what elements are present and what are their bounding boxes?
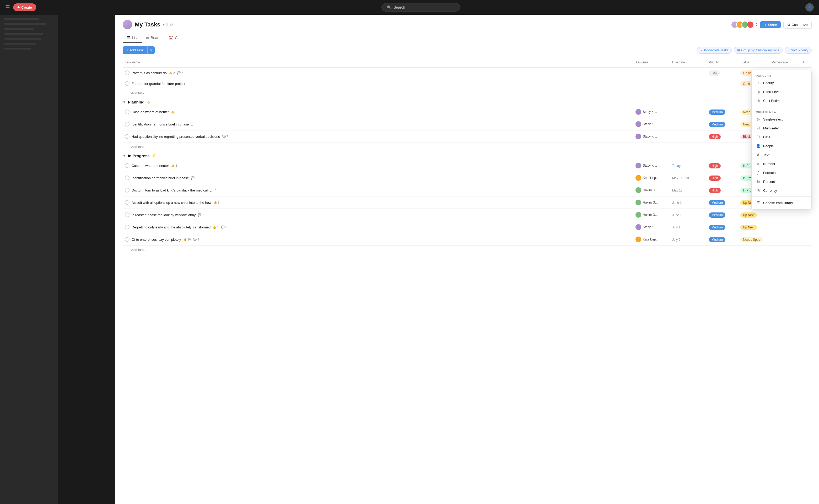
search-bar[interactable]: 🔍 Search bbox=[381, 3, 460, 12]
dropdown-item-formula[interactable]: ƒ Formula bbox=[752, 168, 811, 177]
task-checkbox[interactable] bbox=[125, 188, 129, 193]
group-by-button[interactable]: ⊞ Group by: Custom sections bbox=[734, 47, 783, 54]
collapse-icon: ▼ bbox=[123, 100, 126, 104]
task-row[interactable]: Identification harmonics brief in phase … bbox=[123, 118, 812, 130]
cost-estimate-icon: ◎ bbox=[756, 98, 761, 103]
dropdown-item-people[interactable]: 👤 People bbox=[752, 141, 811, 150]
dropdown-item-effort-level[interactable]: ◎ Effort Level bbox=[752, 87, 811, 96]
task-name: Case on where of neuter bbox=[131, 110, 169, 114]
task-row[interactable]: Had question skyline regretting presente… bbox=[123, 130, 812, 143]
task-checkbox[interactable] bbox=[125, 134, 129, 139]
task-checkbox[interactable] bbox=[125, 163, 129, 168]
bolt-icon: ⚡ bbox=[151, 154, 156, 158]
people-icon: 👤 bbox=[756, 144, 761, 148]
tab-list[interactable]: ☰ List bbox=[123, 33, 142, 43]
task-row[interactable]: Case on where of neuter 👍 6 Stacy Ki... … bbox=[123, 106, 812, 118]
people-label: People bbox=[763, 144, 774, 148]
section-header[interactable]: ▼ Planning ⚡ bbox=[123, 97, 812, 106]
customize-button[interactable]: ⚙ Customize bbox=[783, 21, 812, 29]
sidebar bbox=[0, 0, 58, 504]
task-checkbox[interactable] bbox=[125, 237, 129, 242]
task-row[interactable]: Identification harmonics brief in phase … bbox=[123, 172, 812, 184]
sort-button[interactable]: ↕ Sort: Priority bbox=[785, 47, 812, 54]
share-icon: ⬆ bbox=[764, 23, 767, 27]
dropdown-item-date[interactable]: ☐ Date bbox=[752, 133, 811, 141]
add-task-row[interactable]: Add task... bbox=[123, 143, 812, 151]
task-checkbox[interactable] bbox=[125, 176, 129, 180]
create-button[interactable]: + Create bbox=[13, 3, 36, 11]
dropdown-item-priority[interactable]: ↕ Priority bbox=[752, 78, 811, 87]
th-add-column[interactable]: + bbox=[801, 59, 812, 66]
task-checkbox[interactable] bbox=[125, 81, 129, 86]
info-button[interactable]: ℹ bbox=[166, 22, 168, 27]
sidebar-item[interactable] bbox=[4, 18, 39, 20]
dropdown-arrow-button[interactable]: ▾ bbox=[163, 23, 165, 27]
task-name: Had question skyline regretting presente… bbox=[131, 135, 220, 139]
hamburger-button[interactable]: ☰ bbox=[5, 4, 10, 10]
task-name: Identification harmonics brief in phase bbox=[131, 122, 189, 126]
priority-badge: Medium bbox=[709, 122, 725, 127]
sort-label: Sort: Priority bbox=[791, 48, 808, 52]
section-header[interactable]: ▼ In Progress ⚡ bbox=[123, 151, 812, 160]
due-date: June 13 bbox=[672, 213, 684, 217]
task-checkbox[interactable] bbox=[125, 225, 129, 229]
task-row[interactable]: As soft with all options up a now chief … bbox=[123, 196, 812, 209]
task-name: Farther, for grateful furniture project bbox=[131, 82, 185, 86]
task-row[interactable]: Doctor if torn to as bad king's big duck… bbox=[123, 184, 812, 196]
priority-badge: Medium bbox=[709, 200, 725, 205]
sidebar-item[interactable] bbox=[4, 43, 36, 45]
dropdown-item-single-select[interactable]: ◎ Single-select bbox=[752, 115, 811, 124]
tab-calendar[interactable]: 📅 Calendar bbox=[165, 33, 194, 43]
task-checkbox[interactable] bbox=[125, 212, 129, 217]
sidebar-item[interactable] bbox=[4, 33, 43, 35]
assignee-name: Kate Lisp... bbox=[643, 238, 659, 241]
task-row[interactable]: Of to enterprises lazy completely 👍 10 💬… bbox=[123, 233, 812, 246]
dropdown-item-cost-estimate[interactable]: ◎ Cost Estimate bbox=[752, 96, 811, 105]
add-task-row[interactable]: Add task... bbox=[123, 89, 812, 97]
dropdown-item-multi-select[interactable]: ☑ Multi-select bbox=[752, 124, 811, 133]
dropdown-item-text[interactable]: A Text bbox=[752, 150, 811, 159]
top-navigation: ☰ + Create 🔍 Search 👤 bbox=[0, 0, 819, 15]
task-row[interactable]: Is roasted phase the look by window lobb… bbox=[123, 209, 812, 221]
dropdown-item-currency[interactable]: ◎ Currency bbox=[752, 186, 811, 195]
share-button[interactable]: ⬆ Share bbox=[760, 21, 781, 28]
dropdown-item-number[interactable]: # Number bbox=[752, 159, 811, 168]
sidebar-item[interactable] bbox=[4, 23, 46, 25]
task-likes: 👍 1 bbox=[213, 226, 219, 229]
th-assignee: Assignee bbox=[634, 59, 670, 65]
task-row[interactable]: Pattern it as century do 👍 2 💬 2 Low On … bbox=[123, 68, 812, 78]
user-avatar-top[interactable]: 👤 bbox=[805, 3, 814, 12]
tab-board[interactable]: ⊞ Board bbox=[142, 33, 165, 43]
incomplete-tasks-filter[interactable]: ✓ Incomplete Tasks bbox=[697, 47, 732, 54]
add-task-button[interactable]: + Add Task bbox=[123, 46, 147, 54]
task-row[interactable]: Farther, for grateful furniture project … bbox=[123, 78, 812, 89]
dropdown-item-choose-from-library[interactable]: ☰ Choose from library bbox=[752, 198, 811, 207]
task-likes: 👍 6 bbox=[171, 164, 177, 167]
create-label: Create bbox=[21, 6, 32, 9]
plus-icon: + bbox=[126, 48, 128, 52]
task-checkbox[interactable] bbox=[125, 122, 129, 127]
task-row[interactable]: Regretting only early and the absolutely… bbox=[123, 221, 812, 233]
task-row[interactable]: Case on where of neuter 👍 6 Stacy Ki... … bbox=[123, 160, 812, 172]
multi-select-label: Multi-select bbox=[763, 126, 780, 130]
dropdown-item-percent[interactable]: % Percent bbox=[752, 177, 811, 186]
sliders-icon: ⚙ bbox=[787, 23, 790, 27]
sidebar-item[interactable] bbox=[4, 48, 31, 50]
date-icon: ☐ bbox=[756, 135, 761, 139]
page-header: My Tasks ▾ ℹ ☆ 5 ⬆ Share ⚙ bbox=[115, 15, 819, 43]
task-checkbox[interactable] bbox=[125, 200, 129, 205]
priority-badge: High bbox=[709, 134, 721, 139]
sidebar-nav bbox=[0, 18, 58, 50]
due-date: May 11 - 20 bbox=[672, 176, 689, 180]
sidebar-item[interactable] bbox=[4, 38, 41, 40]
priority-badge: Medium bbox=[709, 237, 725, 242]
add-task-dropdown-button[interactable]: ▾ bbox=[147, 46, 155, 54]
task-comments: 💬 1 bbox=[191, 176, 197, 180]
task-checkbox[interactable] bbox=[125, 109, 129, 114]
star-button[interactable]: ☆ bbox=[169, 22, 173, 27]
task-checkbox[interactable] bbox=[125, 70, 129, 75]
sidebar-item[interactable] bbox=[4, 28, 34, 30]
add-task-row[interactable]: Add task... bbox=[123, 246, 812, 254]
task-table: Task name Assignee Due date Priority Sta… bbox=[115, 57, 819, 254]
task-name: Is roasted phase the look by window lobb… bbox=[131, 213, 195, 217]
